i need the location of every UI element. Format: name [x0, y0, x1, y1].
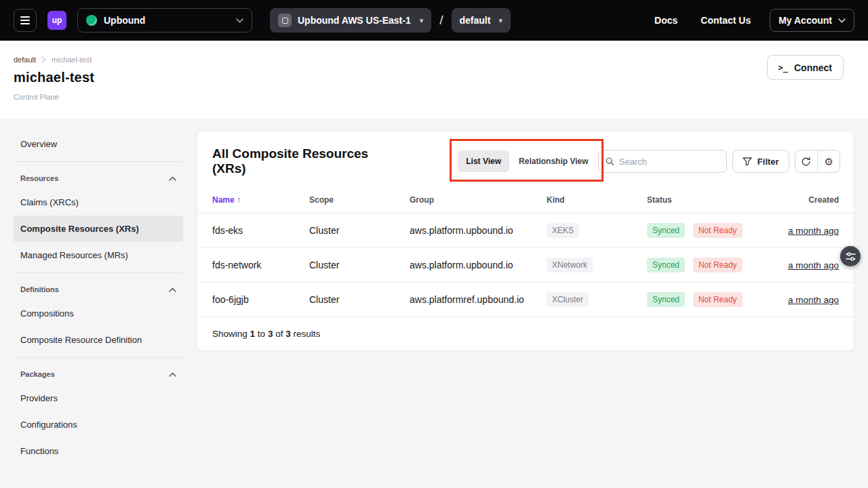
resources-table: Name ↑ Scope Group Kind Status Created f… [197, 188, 854, 317]
summary-to: 3 [268, 329, 273, 339]
cell-created: a month ago [769, 283, 854, 317]
group-selector-label: default [460, 15, 491, 26]
filter-button-label: Filter [757, 157, 779, 167]
synced-badge: Synced [647, 223, 685, 238]
table-row[interactable]: foo-6jgjb Cluster aws.platformref.upboun… [197, 283, 854, 317]
sidebar-divider [14, 272, 183, 273]
my-account-button[interactable]: My Account [770, 9, 854, 32]
table-row[interactable]: fds-network Cluster aws.platform.upbound… [197, 248, 854, 283]
sidebar-item-composite-resource-definition[interactable]: Composite Resource Definition [14, 327, 183, 353]
organization-selector[interactable]: Upbound [77, 8, 252, 33]
breadcrumb-default[interactable]: default [14, 56, 36, 64]
chevron-down-icon [236, 18, 243, 23]
cell-kind: XEKS [547, 214, 647, 248]
organization-icon [86, 15, 97, 26]
sidebar-section-label: Resources [20, 174, 58, 182]
relationship-view-button[interactable]: Relationship View [511, 150, 596, 172]
summary-text: results [293, 329, 320, 339]
caret-down-icon: ▾ [420, 16, 424, 25]
cell-status: Synced Not Ready [647, 283, 769, 317]
cell-name[interactable]: fds-eks [197, 214, 309, 248]
sidebar-section-definitions[interactable]: Definitions [14, 277, 183, 300]
view-toggle: List View Relationship View [456, 149, 597, 174]
refresh-button[interactable] [795, 150, 818, 172]
sidebar-item-compositions[interactable]: Compositions [14, 300, 183, 327]
column-label: Name [212, 195, 235, 205]
chevron-down-icon [838, 18, 846, 23]
cell-status: Synced Not Ready [647, 214, 769, 248]
not-ready-badge: Not Ready [693, 258, 743, 272]
synced-badge: Synced [647, 292, 685, 307]
column-header-kind[interactable]: Kind [547, 188, 647, 214]
control-plane-selector[interactable]: Upbound AWS US-East-1 ▾ [270, 8, 431, 33]
not-ready-badge: Not Ready [693, 223, 743, 238]
search-box [598, 150, 727, 173]
kind-badge: XNetwork [547, 258, 593, 272]
sidebar-item-functions[interactable]: Functions [14, 438, 183, 464]
cell-scope: Cluster [309, 248, 410, 283]
composite-resources-card: All Composite Resources (XRs) List View … [197, 131, 854, 351]
chevron-up-icon [169, 287, 176, 292]
organization-selector-label: Upbound [104, 15, 145, 26]
column-header-name[interactable]: Name ↑ [197, 188, 309, 214]
connect-button-label: Connect [794, 62, 832, 73]
filter-icon [743, 157, 752, 166]
cell-group: aws.platform.upbound.io [410, 214, 547, 248]
list-view-button[interactable]: List View [458, 150, 509, 172]
sidebar-section-packages[interactable]: Packages [14, 362, 183, 385]
table-row[interactable]: fds-eks Cluster aws.platform.upbound.io … [197, 214, 854, 248]
synced-badge: Synced [647, 258, 685, 272]
table-header-row: Name ↑ Scope Group Kind Status Created [197, 188, 854, 214]
results-summary: Showing 1 to 3 of 3 results [197, 317, 854, 350]
created-link[interactable]: a month ago [788, 295, 839, 305]
cell-created: a month ago [769, 214, 854, 248]
gear-icon: ⚙ [824, 157, 833, 167]
table-settings-button[interactable]: ⚙ [817, 150, 840, 172]
group-selector[interactable]: default ▾ [452, 8, 511, 33]
sidebar-divider [14, 357, 183, 358]
search-icon [606, 157, 614, 166]
sidebar: Overview Resources Claims (XRCs) Composi… [14, 131, 183, 464]
filter-button[interactable]: Filter [732, 150, 789, 173]
cell-group: aws.platform.upbound.io [410, 248, 547, 283]
column-header-created[interactable]: Created [769, 188, 854, 214]
my-account-label: My Account [778, 15, 832, 26]
sidebar-item-claims[interactable]: Claims (XRCs) [14, 189, 183, 216]
created-link[interactable]: a month ago [788, 226, 839, 236]
summary-text: Showing [212, 329, 248, 339]
contact-us-link[interactable]: Contact Us [701, 15, 751, 26]
top-navbar: up Upbound Upbound AWS US-East-1 ▾ / def… [0, 0, 868, 41]
column-header-scope[interactable]: Scope [309, 188, 410, 214]
chevron-right-icon [41, 56, 46, 63]
cell-name[interactable]: foo-6jgjb [197, 283, 309, 317]
sidebar-section-label: Definitions [20, 285, 59, 293]
card-header: All Composite Resources (XRs) List View … [197, 131, 854, 188]
upbound-logo[interactable]: up [47, 11, 66, 30]
search-input[interactable] [619, 157, 719, 167]
breadcrumb: default michael-test [14, 56, 854, 64]
summary-text: to [258, 329, 265, 339]
connect-button[interactable]: >_ Connect [767, 55, 844, 80]
cell-kind: XCluster [547, 283, 647, 317]
cell-name[interactable]: fds-network [197, 248, 309, 283]
sidebar-item-composite-resources[interactable]: Composite Resources (XRs) [14, 216, 183, 242]
sidebar-item-managed-resources[interactable]: Managed Resources (MRs) [14, 242, 183, 268]
menu-button[interactable] [14, 9, 37, 32]
view-toggle-wrap: List View Relationship View [456, 149, 597, 174]
sidebar-divider [14, 161, 183, 162]
sidebar-item-overview[interactable]: Overview [14, 131, 183, 157]
sidebar-item-configurations[interactable]: Configurations [14, 411, 183, 438]
column-header-status[interactable]: Status [647, 188, 769, 214]
column-header-group[interactable]: Group [410, 188, 547, 214]
table-actions-group: ⚙ [795, 150, 840, 173]
sort-ascending-icon: ↑ [237, 195, 241, 205]
created-link[interactable]: a month ago [788, 260, 839, 270]
sidebar-item-providers[interactable]: Providers [14, 385, 183, 411]
not-ready-badge: Not Ready [693, 292, 743, 307]
floating-widget-button[interactable] [840, 246, 861, 266]
sidebar-section-resources[interactable]: Resources [14, 166, 183, 189]
logo-text: up [52, 16, 62, 25]
kind-badge: XCluster [547, 292, 589, 307]
control-plane-selector-label: Upbound AWS US-East-1 [298, 15, 411, 26]
docs-link[interactable]: Docs [654, 15, 677, 26]
